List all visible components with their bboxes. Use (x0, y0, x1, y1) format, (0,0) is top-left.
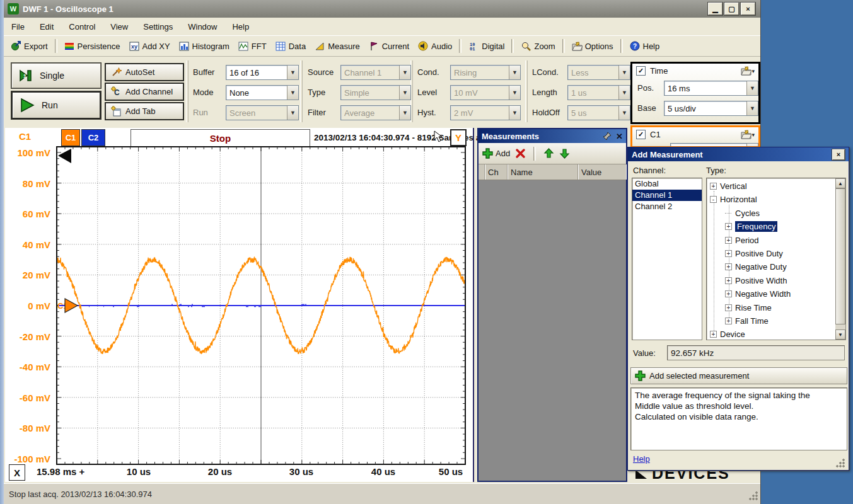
tab-c1[interactable]: C1 (61, 129, 80, 146)
dropdown-arrow-icon[interactable]: ▼ (618, 86, 630, 100)
tree-item-negative-width[interactable]: +Negative Width (725, 287, 791, 301)
field-combo-run[interactable]: Screen▼ (226, 105, 299, 120)
channel-item-global[interactable]: Global (632, 178, 702, 190)
dropdown-arrow-icon[interactable]: ▼ (399, 66, 410, 79)
toolbar-addxy-button[interactable]: xyAdd XY (125, 38, 175, 54)
scroll-up-icon[interactable]: ▲ (835, 178, 845, 188)
stop-button[interactable]: Stop (131, 129, 310, 147)
toolbar-persistence-button[interactable]: Persistence (60, 38, 125, 54)
dropdown-arrow-icon[interactable]: ▼ (746, 81, 758, 95)
expander-icon[interactable]: + (725, 250, 732, 257)
column-value[interactable]: Value (578, 164, 626, 180)
channel-listbox[interactable]: GlobalChannel 1Channel 2 (632, 178, 702, 340)
toolbar-export-button[interactable]: Export (6, 38, 52, 54)
measurements-close-icon[interactable]: ✕ (616, 132, 623, 141)
autoset-button[interactable]: AutoSet (105, 63, 184, 81)
channel-item-channel-1[interactable]: Channel 1 (632, 190, 702, 201)
tree-item-device[interactable]: +Device (710, 328, 745, 340)
move-up-icon[interactable] (543, 148, 554, 159)
dialog-close-button[interactable]: × (832, 149, 845, 160)
toolbar-digital-button[interactable]: 1001Digital (464, 38, 509, 54)
column-name[interactable]: Name (508, 164, 578, 180)
value-field[interactable]: 92.657 kHz (667, 345, 845, 360)
menu-view[interactable]: View (103, 20, 136, 33)
expander-icon[interactable]: + (725, 290, 732, 297)
dialog-title-bar[interactable]: Add Measurement × (628, 147, 849, 161)
dropdown-arrow-icon[interactable]: ▼ (509, 86, 520, 100)
field-combo-lcond[interactable]: Less▼ (567, 65, 630, 80)
field-combo-level[interactable]: 10 mV▼ (450, 85, 521, 100)
toolbar-fft-button[interactable]: FFT (234, 38, 271, 54)
expander-icon[interactable]: + (725, 263, 732, 270)
window-resize-grip[interactable] (749, 491, 758, 500)
move-down-icon[interactable] (559, 148, 570, 159)
dropdown-arrow-icon[interactable]: ▼ (287, 106, 298, 120)
menu-file[interactable]: File (4, 20, 32, 33)
tree-item-fall-time[interactable]: +Fall Time (725, 314, 769, 328)
dropdown-arrow-icon[interactable]: ▼ (746, 101, 758, 115)
expander-icon[interactable]: + (710, 183, 717, 190)
y-axis-button[interactable]: Y (450, 129, 467, 146)
expander-icon[interactable]: - (710, 196, 717, 203)
field-combo-filter[interactable]: Average▼ (340, 105, 411, 120)
time-pos-combo[interactable]: 16 ms▼ (664, 81, 758, 96)
tree-item-rise-time[interactable]: +Rise Time (725, 301, 772, 314)
field-combo-buffer[interactable]: 16 of 16▼ (226, 65, 299, 80)
field-combo-cond[interactable]: Rising▼ (450, 65, 521, 80)
dropdown-arrow-icon[interactable]: ▼ (618, 106, 630, 120)
close-scope-button[interactable]: X (9, 464, 25, 481)
add-tab-button[interactable]: Add Tab (105, 102, 184, 120)
c1-options-button[interactable]: ▾ (741, 129, 755, 140)
toolbar-histogram-button[interactable]: Histogram (175, 38, 234, 54)
toolbar-current-button[interactable]: Current (364, 38, 414, 54)
dropdown-arrow-icon[interactable]: ▼ (509, 66, 520, 79)
tree-item-cycles[interactable]: Cycles (725, 207, 760, 220)
toolbar-measure-button[interactable]: Measure (310, 38, 364, 54)
help-link[interactable]: Help (633, 454, 650, 464)
c1-checkbox[interactable]: ✓ (636, 130, 646, 139)
expander-icon[interactable]: + (725, 304, 732, 311)
field-combo-mode[interactable]: None▼ (226, 85, 299, 100)
toolbar-help-button[interactable]: ?Help (625, 38, 664, 54)
tree-item-horizontal[interactable]: -Horizontal (710, 193, 757, 206)
expander-icon[interactable]: + (710, 331, 717, 338)
dialog-resize-grip[interactable] (836, 459, 845, 467)
minimize-button[interactable]: ▁ (708, 3, 722, 15)
dropdown-arrow-icon[interactable]: ▼ (618, 66, 630, 79)
tree-item-positive-duty[interactable]: +Positive Duty (725, 247, 783, 260)
expander-icon[interactable]: + (725, 223, 732, 230)
toolbar-audio-button[interactable]: Audio (414, 38, 456, 54)
menu-help[interactable]: Help (224, 20, 257, 33)
add-selected-measurement-button[interactable]: Add selected measurement (630, 367, 847, 384)
column-ch[interactable]: Ch (485, 164, 508, 180)
dropdown-arrow-icon[interactable]: ▼ (399, 106, 410, 120)
menu-edit[interactable]: Edit (32, 20, 61, 33)
toolbar-zoom-button[interactable]: Zoom (516, 38, 559, 54)
tree-item-frequency[interactable]: +Frequency (725, 220, 777, 233)
tree-item-positive-width[interactable]: +Positive Width (725, 274, 787, 287)
tree-item-period[interactable]: +Period (725, 234, 759, 247)
field-combo-length[interactable]: 1 us▼ (567, 85, 630, 100)
add-channel-button[interactable]: C Add Channel (105, 83, 184, 101)
menu-settings[interactable]: Settings (136, 20, 180, 33)
tab-c2[interactable]: C2 (81, 129, 105, 146)
field-combo-hyst[interactable]: 2 mV▼ (450, 105, 521, 120)
scroll-down-icon[interactable]: ▼ (835, 329, 845, 340)
dropdown-arrow-icon[interactable]: ▼ (287, 66, 298, 79)
title-bar[interactable]: W DWF 1 - Oscilloscope 1 ▁ ▢ × (4, 0, 760, 18)
pin-icon[interactable] (603, 132, 612, 140)
time-base-combo[interactable]: 5 us/div▼ (664, 101, 758, 116)
delete-measurement-icon[interactable] (515, 148, 526, 159)
menu-control[interactable]: Control (61, 20, 103, 33)
single-button[interactable]: 1 Single (11, 63, 101, 88)
dropdown-arrow-icon[interactable]: ▼ (399, 86, 410, 100)
tree-item-negative-duty[interactable]: +Negative Duty (725, 260, 787, 273)
field-combo-source[interactable]: Channel 1▼ (340, 65, 411, 80)
expander-icon[interactable]: + (725, 318, 732, 324)
toolbar-data-button[interactable]: Data (271, 38, 310, 54)
toolbar-options-button[interactable]: Options (567, 38, 618, 54)
dropdown-arrow-icon[interactable]: ▼ (509, 106, 520, 120)
tree-scrollbar[interactable]: ▲▼ (835, 178, 845, 340)
measurement-add-button[interactable]: Add (482, 148, 510, 159)
menu-window[interactable]: Window (180, 20, 224, 33)
